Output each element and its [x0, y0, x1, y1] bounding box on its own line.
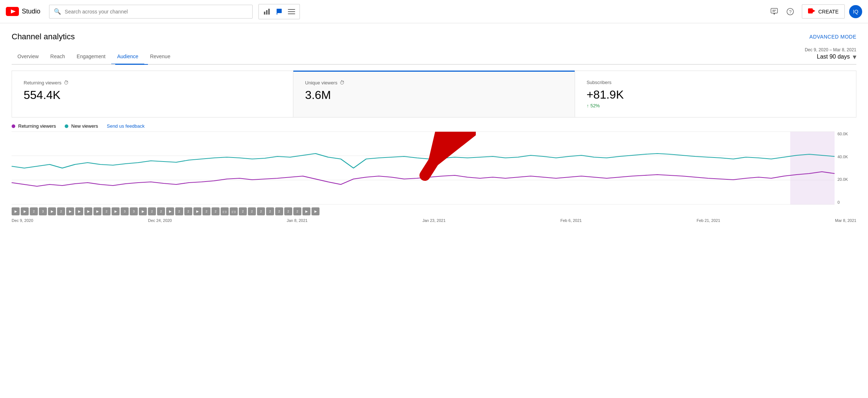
tab-audience[interactable]: Audience	[111, 49, 144, 64]
timeline-play-icon[interactable]: ▶	[139, 207, 147, 215]
x-axis-labels: Dec 9, 2020 Dec 24, 2020 Jan 8, 2021 Jan…	[12, 217, 856, 223]
stat-change-subscribers: ↑ 52%	[587, 103, 844, 108]
timeline-num-icon[interactable]: 2	[212, 207, 220, 215]
up-arrow-icon: ↑	[587, 103, 589, 108]
timeline-num-icon[interactable]: 2	[266, 207, 274, 215]
timeline-num-icon[interactable]: 2	[239, 207, 247, 215]
timeline-num-icon[interactable]: ((·))	[230, 207, 238, 215]
search-bar[interactable]: 🔍	[49, 5, 253, 19]
timeline-play-icon[interactable]: ▶	[48, 207, 56, 215]
page-header: Channel analytics ADVANCED MODE	[12, 32, 856, 41]
timeline-num-icon[interactable]: 2	[202, 207, 210, 215]
feedback-link[interactable]: Send us feedback	[107, 123, 145, 129]
x-label-feb6: Feb 6, 2021	[560, 218, 582, 223]
date-range-text: Dec 9, 2020 – Mar 8, 2021	[805, 47, 856, 52]
timeline-num-icon[interactable]: 2	[284, 207, 292, 215]
tabs: Overview Reach Engagement Audience Reven…	[12, 49, 805, 64]
timeline-num-icon[interactable]: 2	[248, 207, 256, 215]
stat-card-returning[interactable]: Returning viewers ⏱ 554.4K	[12, 71, 293, 117]
timeline-num-icon[interactable]: 3	[130, 207, 138, 215]
timeline-num-icon[interactable]: ((·))	[221, 207, 229, 215]
svg-marker-18	[813, 9, 815, 12]
create-button[interactable]: CREATE	[802, 4, 845, 19]
svg-rect-6	[277, 13, 277, 15]
stat-value-unique: 3.6M	[305, 88, 563, 102]
timeline-num-icon[interactable]: 2	[257, 207, 265, 215]
svg-rect-3	[266, 10, 268, 15]
stat-label-unique: Unique viewers ⏱	[305, 80, 563, 85]
chart-svg-container	[12, 132, 835, 204]
timeline-play-icon[interactable]: ▶	[21, 207, 29, 215]
x-label-jan23: Jan 23, 2021	[422, 218, 446, 223]
feedback-icon-btn[interactable]	[767, 4, 781, 19]
timeline-num-icon[interactable]: 3	[121, 207, 129, 215]
stats-row: Returning viewers ⏱ 554.4K Unique viewer…	[12, 71, 856, 118]
y-label-60k: 60.0K	[837, 132, 856, 136]
timeline-play-icon[interactable]: ▶	[302, 207, 310, 215]
stat-value-returning: 554.4K	[24, 88, 281, 102]
chart-legend: Returning viewers New viewers Send us fe…	[12, 118, 856, 132]
timeline-num-icon[interactable]: 2	[103, 207, 110, 215]
tab-revenue[interactable]: Revenue	[144, 49, 176, 64]
timeline-play-icon[interactable]: ▶	[84, 207, 92, 215]
timeline-play-icon[interactable]: ▶	[193, 207, 201, 215]
date-range-area: Dec 9, 2020 – Mar 8, 2021 Last 90 days ▾	[805, 47, 856, 61]
timeline-num-icon[interactable]: 2	[30, 207, 38, 215]
timeline-num-icon[interactable]: 2	[184, 207, 192, 215]
timeline-play-icon[interactable]: ▶	[12, 207, 20, 215]
timeline-play-icon[interactable]: ▶	[166, 207, 174, 215]
legend-label-returning: Returning viewers	[18, 123, 56, 129]
date-range-selector[interactable]: Last 90 days ▾	[817, 52, 856, 61]
svg-rect-11	[771, 8, 777, 13]
tab-reach[interactable]: Reach	[44, 49, 71, 64]
timeline-play-icon[interactable]: ▶	[66, 207, 74, 215]
studio-label: Studio	[22, 8, 40, 15]
timeline-icons: ▶ ▶ 2 3 ▶ 2 ▶ ▶ ▶ ▶ 2 ▶ 3 3 ▶ 2 2 ▶ 2 2 …	[12, 204, 856, 217]
youtube-logo-icon	[6, 7, 19, 16]
info-icon-unique: ⏱	[339, 80, 345, 85]
timeline-num-icon[interactable]: 2	[57, 207, 65, 215]
timeline-num-icon[interactable]: 2	[293, 207, 301, 215]
svg-rect-23	[790, 132, 835, 204]
tab-engagement[interactable]: Engagement	[71, 49, 111, 64]
timeline-num-icon[interactable]: 2	[175, 207, 183, 215]
page-title: Channel analytics	[12, 32, 75, 41]
timeline-num-icon[interactable]: 3	[39, 207, 47, 215]
stat-card-unique[interactable]: Unique viewers ⏱ 3.6M	[293, 71, 575, 117]
timeline-play-icon[interactable]: ▶	[93, 207, 101, 215]
returning-viewers-line	[12, 172, 835, 186]
y-label-0: 0	[837, 200, 856, 204]
y-axis: 60.0K 40.0K 20.0K 0	[835, 132, 856, 204]
chevron-down-icon: ▾	[853, 52, 856, 61]
flag-icon[interactable]	[273, 6, 285, 17]
create-label: CREATE	[818, 9, 839, 15]
x-label-jan8: Jan 8, 2021	[287, 218, 308, 223]
timeline-num-icon[interactable]: 2	[157, 207, 165, 215]
svg-rect-10	[288, 13, 295, 14]
date-period-label: Last 90 days	[817, 53, 850, 60]
timeline-play-icon[interactable]: ▶	[312, 207, 320, 215]
stat-card-subscribers[interactable]: Subscribers +81.9K ↑ 52%	[575, 71, 856, 117]
search-input[interactable]	[65, 9, 248, 15]
svg-rect-17	[808, 8, 813, 13]
legend-dot-returning	[12, 124, 15, 128]
analytics-icon[interactable]	[261, 6, 273, 17]
create-video-icon	[808, 8, 815, 15]
help-icon-btn[interactable]: ?	[783, 4, 797, 19]
timeline-num-icon[interactable]: 2	[148, 207, 156, 215]
logo-area[interactable]: Studio	[6, 7, 40, 16]
toolbar-icons	[258, 4, 300, 19]
stat-label-subscribers: Subscribers	[587, 80, 844, 85]
timeline-play-icon[interactable]: ▶	[112, 207, 120, 215]
tab-overview[interactable]: Overview	[12, 49, 44, 64]
menu-icon[interactable]	[286, 6, 297, 17]
legend-new: New viewers	[65, 123, 98, 129]
timeline-num-icon[interactable]: 2	[275, 207, 283, 215]
timeline-play-icon[interactable]: ▶	[75, 207, 83, 215]
avatar[interactable]: IQ	[849, 5, 862, 18]
header-right: ? CREATE IQ	[767, 4, 862, 19]
advanced-mode-button[interactable]: ADVANCED MODE	[809, 34, 856, 40]
x-label-dec9: Dec 9, 2020	[12, 218, 33, 223]
info-icon-returning: ⏱	[64, 80, 69, 85]
x-label-feb21: Feb 21, 2021	[696, 218, 720, 223]
